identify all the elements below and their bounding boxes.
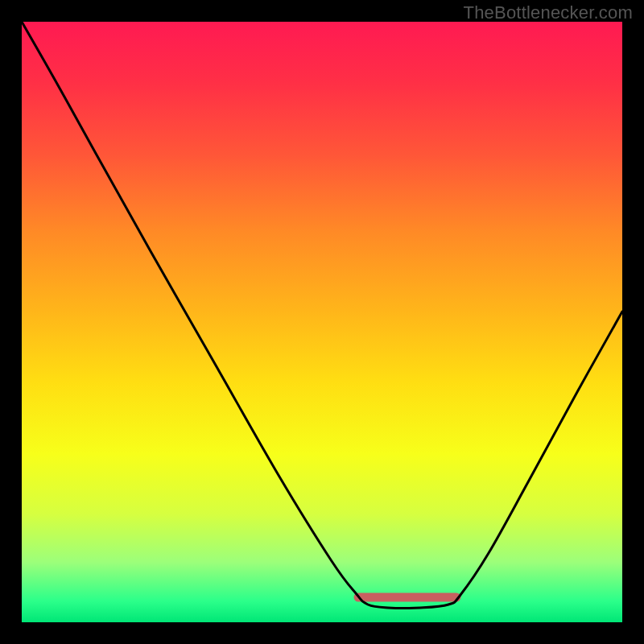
chart-frame: TheBottlenecker.com xyxy=(0,0,644,644)
curve-layer xyxy=(22,22,622,622)
plot-area xyxy=(22,22,622,622)
credit-label: TheBottlenecker.com xyxy=(464,2,633,23)
bottleneck-curve xyxy=(22,22,622,609)
